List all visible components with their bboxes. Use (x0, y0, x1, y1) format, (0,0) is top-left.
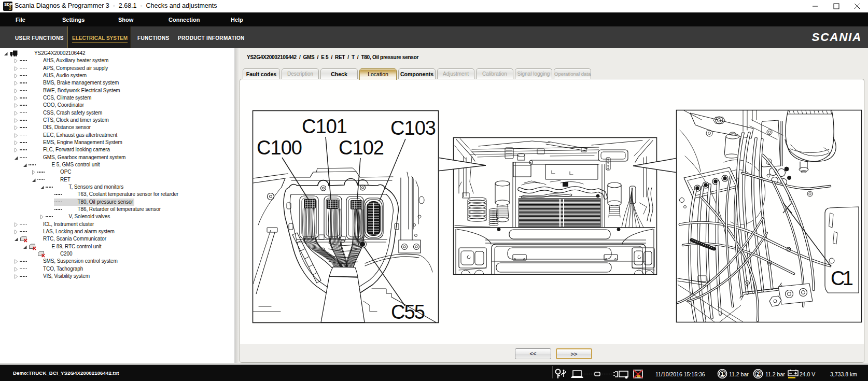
svg-text:2: 2 (757, 371, 760, 377)
svg-text:C55: C55 (391, 301, 425, 323)
svg-text:1: 1 (721, 371, 724, 377)
svg-text:C103: C103 (390, 117, 436, 139)
svg-text:C100: C100 (257, 137, 302, 159)
svg-text:C1: C1 (831, 267, 853, 289)
svg-text:C101: C101 (302, 116, 347, 137)
svg-text:C102: C102 (339, 137, 384, 159)
